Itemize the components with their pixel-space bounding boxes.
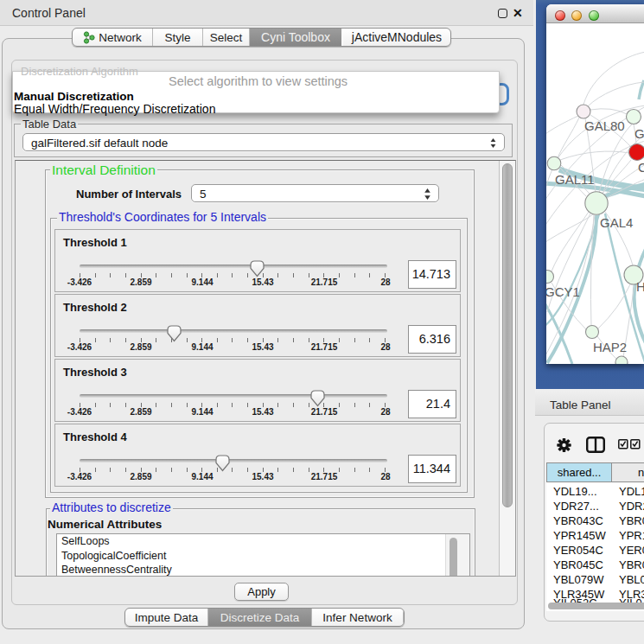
svg-text:HAP2: HAP2 (593, 340, 627, 354)
svg-text:G.: G. (634, 126, 644, 141)
svg-text:GAL11: GAL11 (555, 172, 595, 187)
svg-text:GAL80: GAL80 (584, 118, 625, 133)
svg-text:C: C (638, 160, 644, 175)
svg-text:GCY1: GCY1 (546, 284, 580, 299)
svg-text:H: H (636, 279, 644, 294)
svg-text:GAL4: GAL4 (600, 215, 633, 230)
